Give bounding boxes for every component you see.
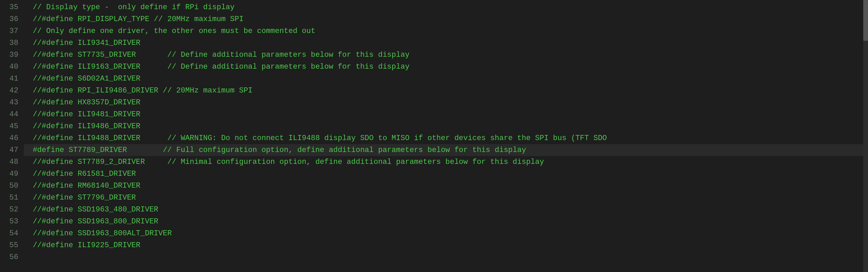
line-number: 35 <box>5 1 18 13</box>
line-number: 42 <box>5 85 18 97</box>
line-number: 49 <box>5 168 18 180</box>
line-number: 53 <box>5 216 18 227</box>
line-number: 41 <box>5 73 18 85</box>
code-line: //#define SSD1963_480_DRIVER <box>24 204 868 216</box>
code-line: //#define ST7796_DRIVER <box>24 192 868 204</box>
line-number: 48 <box>5 156 18 168</box>
code-content: // Display type - only define if RPi dis… <box>24 0 868 272</box>
line-number: 55 <box>5 239 18 251</box>
line-number: 45 <box>5 120 18 132</box>
code-line: //#define ST7789_2_DRIVER // Minimal con… <box>24 156 868 168</box>
line-number: 44 <box>5 108 18 120</box>
code-line: //#define ILI9486_DRIVER <box>24 120 868 132</box>
code-line: //#define ILI9341_DRIVER <box>24 37 868 49</box>
line-number: 39 <box>5 49 18 61</box>
code-line: #define ST7789_DRIVER // Full configurat… <box>24 144 868 156</box>
code-line: //#define HX8357D_DRIVER <box>24 97 868 108</box>
code-line: //#define ST7735_DRIVER // Define additi… <box>24 49 868 61</box>
scrollbar[interactable] <box>863 0 868 272</box>
line-number: 40 <box>5 61 18 73</box>
code-line: //#define SSD1963_800ALT_DRIVER <box>24 227 868 239</box>
code-line: // Display type - only define if RPi dis… <box>24 1 868 13</box>
code-line: //#define RM68140_DRIVER <box>24 180 868 192</box>
code-editor: 3536373839404142434445464748495051525354… <box>0 0 868 272</box>
line-number: 36 <box>5 13 18 25</box>
code-line: //#define ILI9163_DRIVER // Define addit… <box>24 61 868 73</box>
code-line: //#define RPI_DISPLAY_TYPE // 20MHz maxi… <box>24 13 868 25</box>
line-number: 37 <box>5 25 18 37</box>
line-number: 47 <box>5 144 18 156</box>
line-number: 56 <box>5 251 18 263</box>
line-number: 54 <box>5 227 18 239</box>
code-line: // Only define one driver, the other one… <box>24 25 868 37</box>
line-number: 38 <box>5 37 18 49</box>
line-number: 43 <box>5 97 18 108</box>
line-number: 46 <box>5 132 18 144</box>
code-line: //#define SSD1963_800_DRIVER <box>24 216 868 227</box>
line-number: 52 <box>5 204 18 216</box>
code-line: //#define RPI_ILI9486_DRIVER // 20MHz ma… <box>24 85 868 97</box>
code-line: //#define ILI9481_DRIVER <box>24 108 868 120</box>
code-line: //#define S6D02A1_DRIVER <box>24 73 868 85</box>
code-line: //#define ILI9488_DRIVER // WARNING: Do … <box>24 132 868 144</box>
code-line: //#define R61581_DRIVER <box>24 168 868 180</box>
code-line: //#define ILI9225_DRIVER <box>24 239 868 251</box>
scrollbar-thumb[interactable] <box>863 0 868 41</box>
line-number: 50 <box>5 180 18 192</box>
line-number: 51 <box>5 192 18 204</box>
line-numbers-gutter: 3536373839404142434445464748495051525354… <box>0 0 24 272</box>
